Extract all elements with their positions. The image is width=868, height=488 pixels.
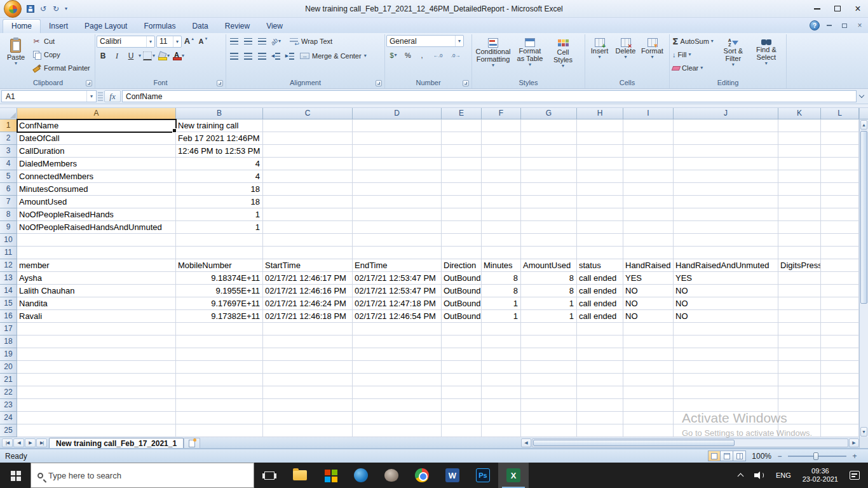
column-header-D[interactable]: D — [353, 108, 442, 119]
cell-F12[interactable]: Minutes — [482, 259, 521, 272]
action-center-button[interactable] — [844, 463, 865, 488]
wrap-text-button[interactable]: ↩Wrap Text — [288, 36, 334, 48]
column-header-E[interactable]: E — [442, 108, 482, 119]
cell-F22[interactable] — [482, 386, 521, 399]
copy-button[interactable]: Copy — [31, 48, 92, 60]
cell-B6[interactable]: 18 — [176, 183, 263, 196]
cell-L24[interactable] — [821, 412, 859, 424]
row-header-2[interactable]: 2 — [0, 132, 17, 145]
cell-L12[interactable] — [821, 259, 859, 272]
paste-dropdown-icon[interactable]: ▾ — [15, 61, 17, 66]
cell-J17[interactable] — [674, 323, 778, 336]
workbook-minimize-button[interactable] — [825, 22, 834, 29]
excel-taskbar-button[interactable]: X — [498, 463, 529, 488]
cell-A22[interactable] — [17, 386, 176, 399]
row-header-16[interactable]: 16 — [0, 310, 17, 323]
cell-H19[interactable] — [577, 348, 623, 361]
sheet-tab-active[interactable]: New training call_Feb_17_2021_1 — [49, 438, 184, 448]
cell-K17[interactable] — [778, 323, 821, 336]
cell-J14[interactable]: NO — [674, 285, 778, 297]
cell-F16[interactable]: 1 — [482, 310, 521, 323]
zoom-slider[interactable] — [788, 452, 846, 461]
cell-F2[interactable] — [482, 132, 521, 145]
insert-function-button[interactable]: fx — [104, 90, 121, 102]
cell-A20[interactable] — [17, 361, 176, 374]
tray-expand-button[interactable] — [733, 463, 749, 488]
cell-L10[interactable] — [821, 234, 859, 247]
row-header-22[interactable]: 22 — [0, 386, 17, 399]
number-dialog-launcher[interactable] — [463, 80, 469, 86]
formula-input[interactable]: ConfName — [122, 90, 857, 102]
cell-L11[interactable] — [821, 247, 859, 259]
cell-K7[interactable] — [778, 196, 821, 208]
cell-D13[interactable]: 02/17/21 12:53:47 PM — [353, 272, 442, 285]
cell-G16[interactable]: 1 — [521, 310, 577, 323]
cell-G5[interactable] — [521, 170, 577, 183]
cell-K24[interactable] — [778, 412, 821, 424]
cell-G25[interactable] — [521, 424, 577, 437]
cell-G13[interactable]: 8 — [521, 272, 577, 285]
cell-C11[interactable] — [263, 247, 353, 259]
help-button[interactable]: ? — [810, 20, 820, 30]
cell-C19[interactable] — [263, 348, 353, 361]
row-header-15[interactable]: 15 — [0, 297, 17, 310]
cell-E22[interactable] — [442, 386, 482, 399]
tab-view[interactable]: View — [258, 20, 291, 33]
close-button[interactable]: × — [848, 0, 868, 17]
expand-formula-bar-button[interactable] — [857, 90, 867, 102]
cell-J24[interactable] — [674, 412, 778, 424]
cell-C13[interactable]: 02/17/21 12:46:17 PM — [263, 272, 353, 285]
cell-D25[interactable] — [353, 424, 442, 437]
cell-G2[interactable] — [521, 132, 577, 145]
decrease-decimal-button[interactable]: .0→ — [447, 49, 464, 62]
cell-J4[interactable] — [674, 158, 778, 170]
cell-E16[interactable]: OutBound — [442, 310, 482, 323]
cell-A24[interactable] — [17, 412, 176, 424]
cell-F25[interactable] — [482, 424, 521, 437]
row-header-25[interactable]: 25 — [0, 424, 17, 437]
cell-A14[interactable]: Lalith Chauhan — [17, 285, 176, 297]
row-header-21[interactable]: 21 — [0, 374, 17, 386]
cell-B16[interactable]: 9.17382E+11 — [176, 310, 263, 323]
cell-L3[interactable] — [821, 145, 859, 158]
vertical-scroll-track[interactable] — [860, 130, 868, 426]
cell-L1[interactable] — [821, 119, 859, 132]
cell-D3[interactable] — [353, 145, 442, 158]
column-header-G[interactable]: G — [521, 108, 577, 119]
workbook-restore-button[interactable] — [840, 22, 849, 29]
cell-H9[interactable] — [577, 221, 623, 234]
cell-B11[interactable] — [176, 247, 263, 259]
cell-B15[interactable]: 9.17697E+11 — [176, 297, 263, 310]
row-header-24[interactable]: 24 — [0, 412, 17, 424]
cell-C4[interactable] — [263, 158, 353, 170]
cell-K13[interactable] — [778, 272, 821, 285]
cell-C17[interactable] — [263, 323, 353, 336]
cell-H3[interactable] — [577, 145, 623, 158]
cell-J7[interactable] — [674, 196, 778, 208]
cell-D5[interactable] — [353, 170, 442, 183]
scroll-up-button[interactable]: ▲ — [860, 120, 867, 130]
row-header-6[interactable]: 6 — [0, 183, 17, 196]
cell-F4[interactable] — [482, 158, 521, 170]
next-sheet-button[interactable]: ▶ — [25, 438, 36, 447]
cell-H17[interactable] — [577, 323, 623, 336]
font-name-select[interactable]: Calibri▾ — [97, 36, 155, 48]
cell-L13[interactable] — [821, 272, 859, 285]
edge-button[interactable] — [346, 463, 376, 488]
cell-A8[interactable]: NoOfPeopleRaisedHands — [17, 208, 176, 221]
cell-C15[interactable]: 02/17/21 12:46:24 PM — [263, 297, 353, 310]
cell-H5[interactable] — [577, 170, 623, 183]
cell-C6[interactable] — [263, 183, 353, 196]
cell-I24[interactable] — [623, 412, 674, 424]
delete-cells-button[interactable]: ×Delete▾ — [613, 35, 639, 62]
cell-I8[interactable] — [623, 208, 674, 221]
cell-L4[interactable] — [821, 158, 859, 170]
row-header-4[interactable]: 4 — [0, 158, 17, 170]
name-box-dropdown-icon[interactable]: ▾ — [86, 91, 96, 102]
cell-A16[interactable]: Ravali — [17, 310, 176, 323]
format-as-table-button[interactable]: Format as Table▾ — [513, 35, 547, 69]
cell-E18[interactable] — [442, 336, 482, 348]
cell-B9[interactable]: 1 — [176, 221, 263, 234]
cell-C7[interactable] — [263, 196, 353, 208]
row-header-1[interactable]: 1 — [0, 119, 17, 132]
